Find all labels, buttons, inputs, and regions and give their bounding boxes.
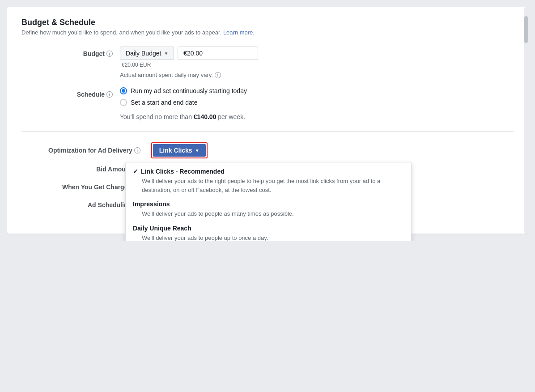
daily-note: Actual amount spent daily may vary. i	[120, 72, 514, 78]
schedule-info-icon[interactable]: i	[106, 91, 113, 98]
budget-controls: Daily Budget ▼ €20.00 EUR Actual amount …	[120, 47, 514, 78]
section-divider	[21, 131, 514, 132]
budget-input-row: Daily Budget ▼	[120, 47, 514, 60]
budget-row: Budget i Daily Budget ▼ €20.00 EUR Actua…	[21, 47, 514, 78]
card-subtitle: Define how much you'd like to spend, and…	[21, 29, 514, 36]
budget-dropdown-arrow: ▼	[164, 51, 168, 56]
menu-item-daily-unique-reach-title: Daily Unique Reach	[133, 225, 404, 232]
radio-checked	[120, 87, 127, 94]
budget-schedule-card: Budget & Schedule Define how much you'd …	[7, 7, 528, 234]
budget-type-dropdown[interactable]: Daily Budget ▼	[120, 47, 174, 60]
optimization-highlight-box: Link Clicks ▼	[151, 142, 208, 158]
optimization-dropdown-arrow: ▼	[195, 148, 200, 153]
budget-amount-input[interactable]	[178, 47, 258, 60]
daily-note-info-icon[interactable]: i	[215, 72, 221, 78]
optimization-label: Optimization for Ad Delivery i	[48, 147, 148, 154]
budget-info-icon[interactable]: i	[106, 51, 113, 57]
menu-item-impressions-title: Impressions	[133, 200, 404, 208]
schedule-option-2[interactable]: Set a start and end date	[120, 99, 514, 106]
scrollbar-thumb[interactable]	[524, 16, 528, 43]
optimization-dropdown[interactable]: Link Clicks ▼	[153, 144, 206, 157]
radio-unchecked	[120, 99, 127, 106]
schedule-option-1[interactable]: Run my ad set continuously starting toda…	[120, 87, 514, 94]
schedule-row: Schedule i Run my ad set continuously st…	[21, 87, 514, 120]
budget-amount-subtext: €20.00 EUR	[122, 62, 514, 68]
menu-item-link-clicks-title: ✓ Link Clicks - Recommended	[133, 168, 404, 175]
menu-item-daily-unique-reach-desc: We'll deliver your ads to people up to o…	[133, 234, 404, 241]
schedule-options: Run my ad set continuously starting toda…	[120, 87, 514, 106]
learn-more-link[interactable]: Learn more.	[223, 29, 255, 36]
optimization-info-icon[interactable]: i	[134, 147, 140, 153]
scrollbar[interactable]	[524, 7, 528, 234]
budget-label: Budget i	[48, 47, 120, 57]
schedule-controls: Run my ad set continuously starting toda…	[120, 87, 514, 120]
menu-item-daily-unique-reach[interactable]: Daily Unique Reach We'll deliver your ad…	[133, 225, 404, 241]
link-clicks-check-icon: ✓	[133, 168, 138, 175]
menu-item-impressions-desc: We'll deliver your ads to people as many…	[133, 209, 404, 218]
schedule-label: Schedule i	[48, 87, 120, 98]
optimization-row: Optimization for Ad Delivery i Link Clic…	[21, 142, 514, 166]
menu-item-impressions[interactable]: Impressions We'll deliver your ads to pe…	[133, 200, 404, 218]
menu-item-link-clicks-desc: We'll deliver your ads to the right peop…	[133, 177, 404, 194]
card-title: Budget & Schedule	[21, 18, 514, 27]
optimization-dropdown-menu: ✓ Link Clicks - Recommended We'll delive…	[125, 162, 412, 241]
spend-note: You'll spend no more than €140.00 per we…	[120, 113, 514, 120]
menu-item-link-clicks[interactable]: ✓ Link Clicks - Recommended We'll delive…	[133, 168, 404, 194]
